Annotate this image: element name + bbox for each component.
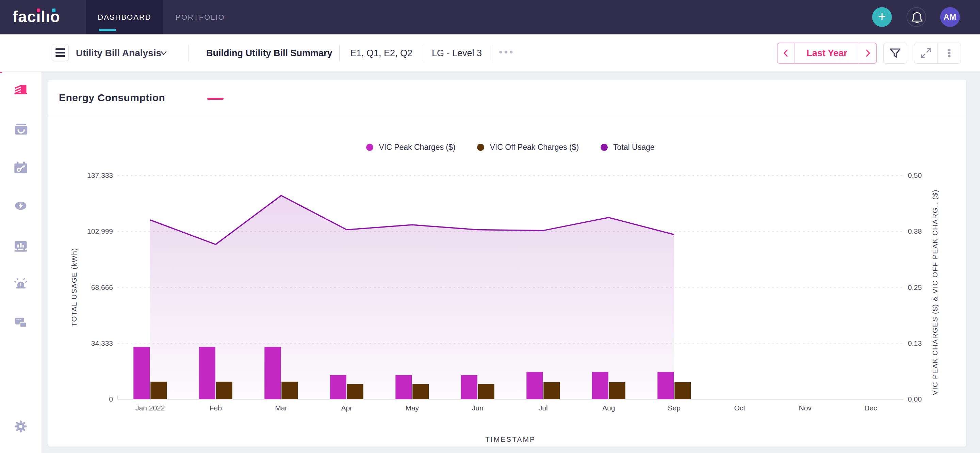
date-range-picker: Last Year bbox=[777, 43, 877, 64]
filter-button[interactable] bbox=[883, 43, 907, 64]
sidebar-item-portfolio[interactable] bbox=[13, 81, 28, 96]
y-axis-left-title: TOTAL USAGE (kWh) bbox=[70, 247, 78, 327]
legend-label: VIC Peak Charges ($) bbox=[379, 143, 455, 152]
alarm-icon bbox=[13, 276, 28, 291]
portfolio-building-icon bbox=[13, 81, 28, 96]
sidebar-item-apps[interactable] bbox=[13, 315, 28, 330]
legend-item[interactable]: VIC Off Peak Charges ($) bbox=[477, 143, 579, 152]
sidebar-item-inbox[interactable] bbox=[13, 121, 28, 136]
dashboard-list-button[interactable] bbox=[52, 44, 69, 61]
kebab-menu-icon bbox=[943, 46, 956, 60]
maintenance-icon bbox=[13, 160, 28, 175]
sidebar-item-alarms[interactable] bbox=[13, 276, 28, 291]
legend-label: Total Usage bbox=[613, 143, 654, 152]
apps-icon bbox=[13, 315, 28, 330]
legend-item[interactable]: VIC Peak Charges ($) bbox=[366, 143, 455, 152]
user-avatar[interactable]: AM bbox=[940, 7, 960, 27]
top-navbar: facılıo DASHBOARD PORTFOLIO + AM bbox=[0, 0, 980, 34]
tab-portfolio-label: PORTFOLIO bbox=[176, 13, 225, 21]
legend-dot-icon bbox=[477, 144, 484, 151]
tab-e1-q1-e2-q2[interactable]: E1, Q1, E2, Q2 bbox=[350, 34, 412, 72]
legend-label: VIC Off Peak Charges ($) bbox=[490, 143, 579, 152]
kebab-menu-button[interactable] bbox=[937, 43, 961, 64]
legend-dot-icon bbox=[366, 144, 373, 151]
expand-button[interactable] bbox=[914, 43, 937, 64]
sidebar-item-energy[interactable] bbox=[13, 198, 28, 213]
tab-portfolio[interactable]: PORTFOLIO bbox=[176, 0, 225, 34]
x-axis-title: TIMESTAMP bbox=[485, 435, 536, 443]
more-tabs-button[interactable]: ••• bbox=[499, 34, 515, 72]
active-tab-underline bbox=[99, 29, 116, 31]
settings-gear-icon bbox=[13, 419, 28, 434]
card-header-divider bbox=[48, 116, 966, 116]
hamburger-icon bbox=[56, 48, 65, 50]
legend-item[interactable]: Total Usage bbox=[601, 143, 654, 152]
date-range-label[interactable]: Last Year bbox=[795, 43, 859, 63]
chart-legend: VIC Peak Charges ($)VIC Off Peak Charges… bbox=[118, 141, 904, 153]
add-button[interactable]: + bbox=[872, 7, 892, 27]
widget-title: Energy Consumption bbox=[59, 92, 165, 104]
energy-icon bbox=[13, 198, 28, 213]
active-dashboard-tab-underline bbox=[207, 98, 224, 100]
tab-dashboard[interactable]: DASHBOARD bbox=[86, 0, 163, 34]
sidebar-item-settings[interactable] bbox=[13, 419, 28, 434]
chevron-right-icon bbox=[863, 48, 872, 58]
energy-consumption-card bbox=[48, 79, 966, 447]
tab-building-utility-bill-summary[interactable]: Building Utility Bill Summary bbox=[206, 34, 332, 72]
logo-dot-pink bbox=[37, 8, 40, 12]
sidebar-item-maintenance[interactable] bbox=[13, 160, 28, 175]
legend-dot-icon bbox=[601, 144, 608, 151]
expand-icon bbox=[919, 46, 933, 60]
bell-icon bbox=[907, 8, 927, 27]
y-axis-right-title: VIC PEAK CHARGES ($) & VIC OFF PEAK CHAR… bbox=[931, 189, 939, 395]
chart-actions-group bbox=[914, 43, 961, 64]
tab-dashboard-label: DASHBOARD bbox=[98, 13, 151, 21]
dashboard-board-icon bbox=[13, 238, 28, 253]
dashboard-toolbar: Utility Bill Analysis Building Utility B… bbox=[0, 34, 980, 72]
previous-period-button[interactable] bbox=[778, 43, 795, 63]
tab-lg-level-3[interactable]: LG - Level 3 bbox=[432, 34, 482, 72]
app-sidebar bbox=[0, 34, 42, 453]
notifications-button[interactable] bbox=[907, 7, 926, 27]
facilio-logo[interactable]: facılıo bbox=[13, 8, 60, 26]
sidebar-item-dashboards[interactable] bbox=[13, 238, 28, 253]
dashboard-folder-dropdown[interactable]: Utility Bill Analysis bbox=[76, 34, 161, 72]
logo-dot-cyan bbox=[52, 8, 56, 12]
chevron-left-icon bbox=[782, 48, 791, 58]
filter-icon bbox=[888, 46, 902, 60]
inbox-icon bbox=[13, 121, 28, 136]
next-period-button[interactable] bbox=[859, 43, 876, 63]
chevron-down-icon[interactable] bbox=[159, 49, 168, 57]
